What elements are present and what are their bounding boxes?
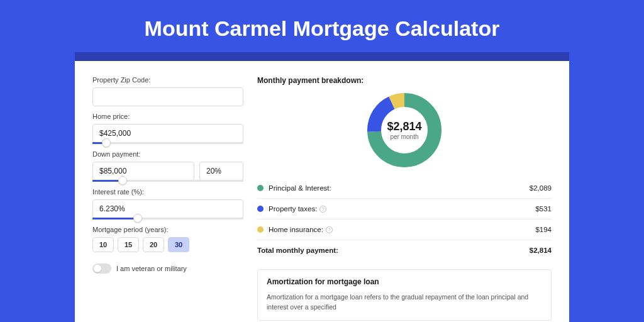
total-value: $2,814	[530, 247, 552, 254]
veteran-toggle-knob	[94, 265, 101, 272]
period-20-button[interactable]: 20	[143, 237, 164, 252]
dot-insurance-icon	[257, 226, 264, 233]
home-price-slider[interactable]	[92, 142, 243, 144]
dot-principal-icon	[257, 185, 264, 191]
interest-rate-slider[interactable]	[92, 218, 243, 219]
donut-chart-wrap: $2,814 per month	[257, 91, 552, 169]
calculator-card: Property Zip Code: Home price: Down paym…	[75, 61, 569, 322]
zip-label: Property Zip Code:	[92, 76, 243, 84]
insurance-info-icon[interactable]: ?	[326, 226, 333, 233]
down-payment-field: Down payment:	[92, 150, 243, 182]
interest-rate-slider-thumb[interactable]	[133, 214, 142, 223]
dot-taxes-icon	[257, 206, 264, 212]
interest-rate-input[interactable]	[92, 199, 243, 218]
breakdown-row-insurance: Home insurance: ? $194	[257, 219, 552, 240]
taxes-label: Property taxes: ?	[269, 205, 535, 213]
home-price-field: Home price:	[92, 113, 243, 144]
breakdown-row-principal: Principal & Interest: $2,089	[257, 178, 552, 199]
home-price-label: Home price:	[92, 113, 243, 120]
period-10-button[interactable]: 10	[92, 237, 114, 252]
amortization-body: Amortization for a mortgage loan refers …	[267, 292, 542, 313]
period-30-button[interactable]: 30	[168, 237, 189, 252]
zip-input[interactable]	[92, 87, 243, 106]
period-label: Mortgage period (years):	[92, 226, 243, 233]
amortization-section: Amortization for mortgage loan Amortizat…	[257, 269, 552, 321]
down-payment-slider[interactable]	[92, 180, 243, 182]
donut-amount: $2,814	[387, 120, 421, 133]
taxes-value: $531	[535, 205, 552, 213]
insurance-value: $194	[535, 226, 552, 233]
donut-center: $2,814 per month	[365, 91, 443, 169]
period-field: Mortgage period (years): 10 15 20 30	[92, 226, 243, 252]
down-payment-amount-input[interactable]	[92, 162, 194, 180]
breakdown-row-taxes: Property taxes: ? $531	[257, 199, 552, 219]
breakdown-row-total: Total monthly payment: $2,814	[257, 240, 552, 260]
veteran-row: I am veteran or military	[92, 264, 243, 274]
down-payment-slider-thumb[interactable]	[118, 176, 127, 185]
principal-label: Principal & Interest:	[269, 184, 530, 192]
interest-rate-label: Interest rate (%):	[92, 188, 243, 196]
veteran-toggle[interactable]	[92, 264, 111, 274]
breakdown-title: Monthly payment breakdown:	[257, 76, 552, 85]
period-options: 10 15 20 30	[92, 237, 243, 252]
form-panel: Property Zip Code: Home price: Down paym…	[92, 76, 243, 322]
period-15-button[interactable]: 15	[118, 237, 139, 252]
principal-value: $2,089	[530, 184, 552, 192]
zip-field: Property Zip Code:	[92, 76, 243, 106]
interest-rate-field: Interest rate (%):	[92, 188, 243, 219]
donut-chart: $2,814 per month	[365, 91, 443, 169]
total-label: Total monthly payment:	[257, 247, 530, 254]
amortization-title: Amortization for mortgage loan	[267, 277, 542, 286]
page-title: Mount Carmel Mortgage Calculator	[0, 0, 644, 52]
header-band	[75, 52, 569, 61]
taxes-info-icon[interactable]: ?	[319, 206, 326, 213]
veteran-label: I am veteran or military	[116, 265, 187, 272]
home-price-input[interactable]	[92, 124, 243, 143]
insurance-label: Home insurance: ?	[269, 226, 535, 233]
home-price-slider-thumb[interactable]	[102, 138, 111, 147]
down-payment-pct-input[interactable]	[199, 162, 243, 180]
breakdown-panel: Monthly payment breakdown: $2,814 per mo…	[257, 76, 552, 322]
donut-sub: per month	[390, 133, 418, 140]
down-payment-label: Down payment:	[92, 150, 243, 158]
